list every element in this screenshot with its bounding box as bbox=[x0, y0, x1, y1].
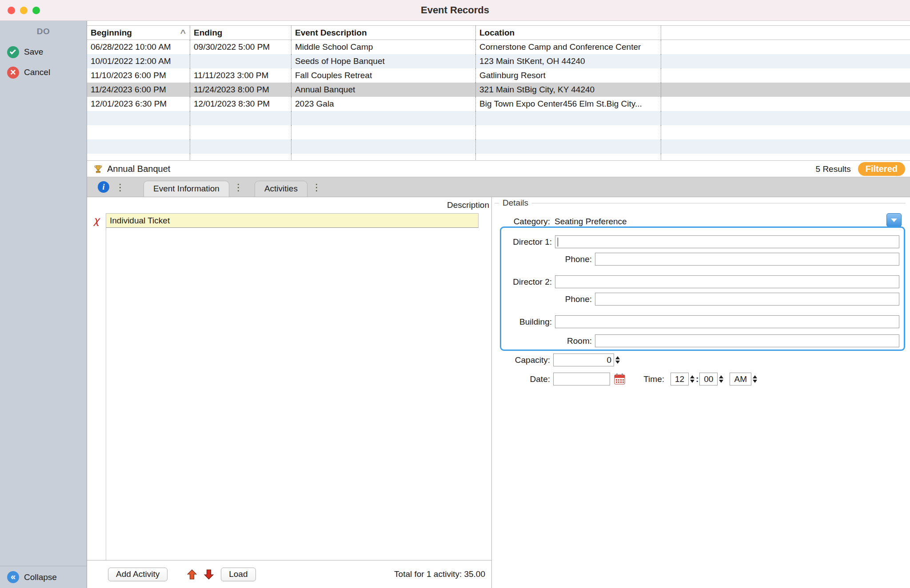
category-value: Seating Preference bbox=[555, 217, 627, 226]
record-title: Annual Banquet bbox=[107, 164, 170, 174]
capacity-label: Capacity: bbox=[492, 355, 550, 365]
director2-label: Director 2: bbox=[501, 277, 552, 287]
table-empty-row bbox=[87, 139, 910, 154]
time-ampm-field[interactable]: AM bbox=[730, 373, 751, 385]
capacity-row: Capacity: 0 bbox=[492, 354, 620, 366]
zoom-button[interactable] bbox=[32, 7, 40, 14]
drag-handle-icon[interactable]: ⋮ bbox=[234, 183, 243, 192]
director1-field[interactable] bbox=[555, 235, 899, 248]
save-button[interactable]: Save bbox=[7, 45, 87, 59]
hour-stepper[interactable] bbox=[690, 375, 694, 383]
column-header-beginning[interactable]: Beginning ^ bbox=[87, 26, 190, 40]
collapse-button[interactable]: « Collapse bbox=[0, 566, 87, 588]
time-label: Time: bbox=[643, 374, 664, 384]
table-row[interactable]: 11/10/2023 6:00 PM 11/11/2023 3:00 PM Fa… bbox=[87, 68, 910, 83]
save-icon bbox=[7, 46, 19, 58]
cancel-label: Cancel bbox=[24, 68, 50, 77]
building-field[interactable] bbox=[555, 315, 899, 328]
sidebar: DO Save × Cancel « Collapse bbox=[0, 21, 87, 588]
dropdown-chevron-icon bbox=[891, 219, 897, 222]
results-count: 5 Results bbox=[816, 164, 851, 174]
calendar-icon[interactable] bbox=[614, 373, 626, 385]
building-row: Building: bbox=[501, 315, 904, 328]
events-table: Beginning ^ Ending Event Description Loc… bbox=[87, 25, 910, 161]
date-label: Date: bbox=[492, 374, 550, 384]
tab-event-information[interactable]: Event Information bbox=[144, 181, 229, 197]
building-label: Building: bbox=[501, 317, 552, 327]
cancel-icon: × bbox=[7, 67, 19, 79]
phone2-row: Phone: bbox=[501, 293, 904, 306]
drag-handle-icon[interactable]: ⋮ bbox=[312, 183, 321, 192]
details-divider bbox=[495, 203, 906, 203]
description-column-header: Description bbox=[87, 197, 491, 213]
close-button[interactable] bbox=[8, 7, 15, 14]
phone1-row: Phone: bbox=[501, 253, 904, 266]
date-time-row: Date: Time: 12 bbox=[492, 373, 757, 385]
details-label: Details bbox=[499, 198, 532, 208]
drag-handle-icon[interactable]: ⋮ bbox=[116, 183, 125, 192]
window-title: Event Records bbox=[0, 4, 910, 16]
titlebar: Event Records bbox=[0, 0, 910, 21]
table-empty-row bbox=[87, 125, 910, 139]
tab-activities[interactable]: Activities bbox=[255, 181, 307, 197]
phone1-field[interactable] bbox=[595, 253, 899, 266]
move-up-icon[interactable] bbox=[187, 569, 197, 580]
event-records-window: Event Records DO Save × Cancel « Collaps… bbox=[0, 0, 910, 588]
table-row[interactable]: 10/01/2022 12:00 AM Seeds of Hope Banque… bbox=[87, 54, 910, 68]
activities-total: Total for 1 activity: 35.00 bbox=[394, 569, 485, 579]
delete-activity-icon[interactable]: χ bbox=[93, 215, 99, 226]
directors-group-box: Director 1: Phone: Director 2: Phone: Bu… bbox=[500, 226, 905, 351]
load-button[interactable]: Load bbox=[221, 568, 255, 581]
activity-row[interactable]: χ Individual Ticket bbox=[87, 213, 491, 228]
director1-label: Director 1: bbox=[501, 237, 552, 247]
category-dropdown-button[interactable] bbox=[886, 213, 902, 227]
text-caret bbox=[558, 238, 558, 246]
sidebar-header: DO bbox=[0, 27, 87, 36]
table-row[interactable]: 06/28/2022 10:00 AM 09/30/2022 5:00 PM M… bbox=[87, 40, 910, 54]
ampm-stepper[interactable] bbox=[753, 375, 757, 383]
info-icon[interactable]: i bbox=[98, 181, 109, 193]
gutter-divider bbox=[106, 213, 106, 560]
move-down-icon[interactable] bbox=[204, 569, 214, 580]
activities-panel: Description χ Individual Ticket Add Acti… bbox=[87, 197, 492, 588]
time-separator: : bbox=[696, 374, 698, 384]
capacity-field[interactable]: 0 bbox=[553, 354, 614, 366]
table-row[interactable]: 12/01/2023 6:30 PM 12/01/2023 8:30 PM 20… bbox=[87, 97, 910, 111]
room-row: Room: bbox=[501, 334, 904, 347]
tab-bar: i ⋮ Event Information ⋮ Activities ⋮ bbox=[87, 177, 910, 197]
phone2-field[interactable] bbox=[595, 293, 899, 306]
director1-row: Director 1: bbox=[501, 235, 904, 248]
stepper-up-icon bbox=[615, 356, 620, 359]
capacity-stepper[interactable] bbox=[615, 356, 620, 364]
director2-field[interactable] bbox=[555, 275, 899, 288]
minimize-button[interactable] bbox=[20, 7, 28, 14]
collapse-label: Collapse bbox=[24, 572, 57, 582]
table-header-row: Beginning ^ Ending Event Description Loc… bbox=[87, 26, 910, 40]
director2-row: Director 2: bbox=[501, 275, 904, 288]
column-header-location[interactable]: Location bbox=[476, 26, 661, 40]
cancel-button[interactable]: × Cancel bbox=[7, 66, 87, 79]
activity-name-cell[interactable]: Individual Ticket bbox=[106, 213, 479, 228]
add-activity-button[interactable]: Add Activity bbox=[108, 568, 168, 581]
details-panel: Details Category: Seating Preference Dir… bbox=[492, 197, 910, 588]
minute-stepper[interactable] bbox=[719, 375, 723, 383]
collapse-icon: « bbox=[7, 571, 19, 583]
save-label: Save bbox=[24, 47, 43, 57]
column-header-description[interactable]: Event Description bbox=[291, 26, 476, 40]
room-label: Room: bbox=[501, 336, 592, 346]
time-minute-field[interactable]: 00 bbox=[699, 373, 718, 385]
activity-gutter: χ bbox=[87, 213, 106, 228]
record-header: Annual Banquet 5 Results Filtered bbox=[87, 161, 910, 177]
table-row-selected[interactable]: 11/24/2023 6:00 PM 11/24/2023 8:00 PM An… bbox=[87, 83, 910, 97]
column-header-empty bbox=[661, 26, 910, 40]
phone1-label: Phone: bbox=[501, 254, 592, 264]
category-label: Category: bbox=[492, 217, 550, 226]
event-icon bbox=[93, 164, 103, 174]
time-hour-field[interactable]: 12 bbox=[671, 373, 689, 385]
room-field[interactable] bbox=[595, 334, 899, 347]
window-controls bbox=[0, 7, 40, 14]
column-header-ending[interactable]: Ending bbox=[190, 26, 291, 40]
filtered-badge[interactable]: Filtered bbox=[858, 162, 905, 176]
date-field[interactable] bbox=[553, 373, 610, 385]
table-empty-row bbox=[87, 154, 910, 161]
